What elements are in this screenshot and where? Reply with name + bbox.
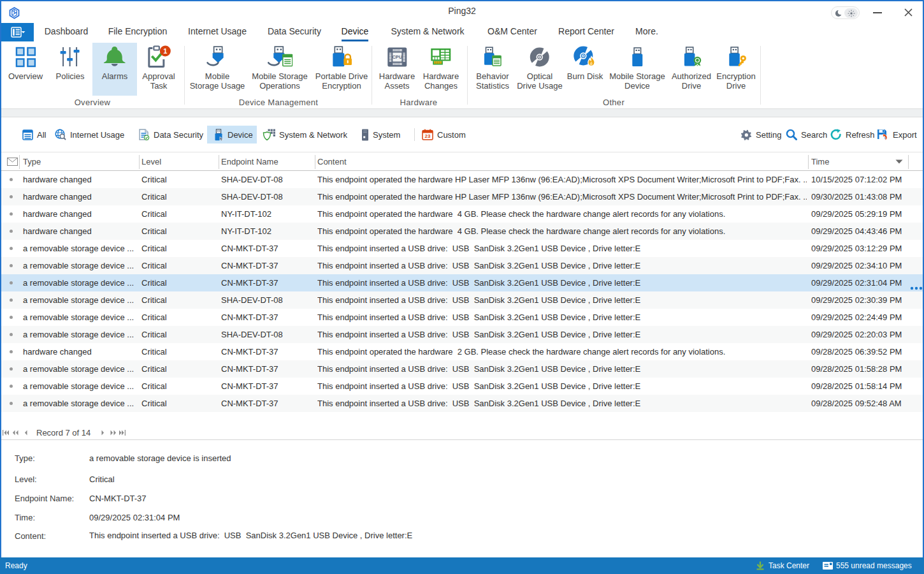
svg-text:CPU: CPU — [392, 54, 402, 60]
svg-text:1: 1 — [163, 47, 167, 55]
svg-text:23: 23 — [425, 133, 431, 139]
